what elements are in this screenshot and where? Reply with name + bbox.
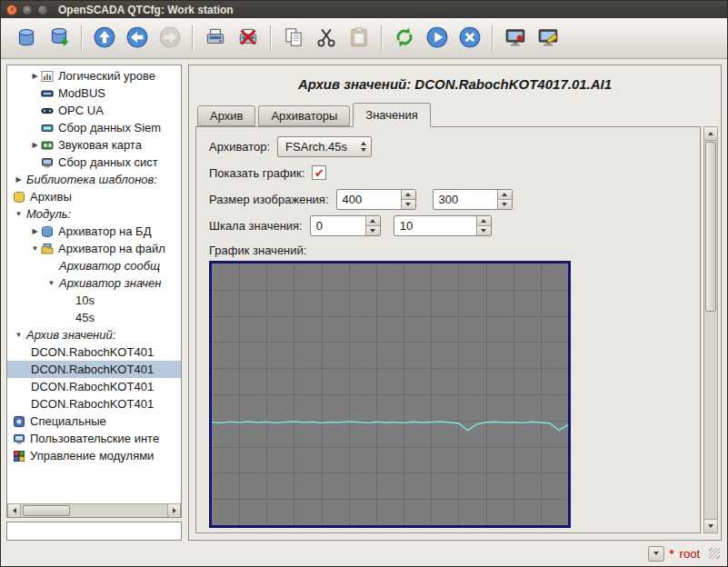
show-graph-checkbox[interactable] [312,165,326,180]
up-level-button[interactable] [89,23,120,54]
start-icon [425,25,449,52]
manual-button[interactable] [533,23,563,54]
image-width-spinbox[interactable]: 400 [336,189,416,210]
qtstarter-button[interactable] [500,23,531,54]
tree-item-label: Архив значений: [25,328,115,342]
tree-item[interactable]: DCON.RabochKOT401 [7,343,181,361]
archiver-combobox[interactable]: FSArch.45s [277,136,372,157]
cut-item-button[interactable] [311,23,342,54]
collapse-arrow-icon[interactable]: ▼ [13,332,25,339]
expand-arrow-icon[interactable]: ▶ [29,73,41,80]
tree-item[interactable]: DCON.RabochKOT401 [7,361,181,378]
tree-item[interactable]: ▼Архиватор на файл [7,240,181,257]
tree-item[interactable]: ▼Архив значений: [7,326,181,343]
resize-grip[interactable] [709,548,720,559]
tree-item-label: DCON.RabochKOT401 [29,363,154,376]
scale-min-spinbox[interactable]: 0 [310,215,381,236]
tree-item-label: Управление модулями [28,449,154,463]
tree-item[interactable]: ▶Архиватор на БД [7,223,181,240]
graph-label: График значений: [209,244,306,257]
scale-max-spinbox[interactable]: 10 [394,215,492,236]
spin-down-button[interactable] [497,200,512,209]
scrollbar-handle[interactable] [705,142,716,312]
tree-item[interactable]: 10s [7,292,181,309]
spin-up-button[interactable] [401,190,415,200]
tree-item-label: Звуковая карта [56,138,142,152]
tree-item[interactable]: Пользовательские инте [7,430,181,447]
tree-item-label: Архиватор сообщ [57,259,160,273]
page-vertical-scrollbar[interactable] [703,126,718,533]
delete-item-button[interactable] [233,23,264,54]
spin-down-button[interactable] [401,200,415,209]
tree-item[interactable]: ▶Логический урове [7,67,181,85]
chevron-down-icon [653,552,659,555]
collapse-arrow-icon[interactable]: ▼ [13,211,25,218]
spin-up-button[interactable] [497,190,512,200]
spin-down-button[interactable] [365,226,380,235]
tree-item-label: Пользовательские инте [28,432,159,445]
tree-item[interactable]: DCON.RabochKOT401 [7,395,181,413]
desktop-edit-icon [536,25,560,52]
current-user-label[interactable]: root [680,547,700,561]
scroll-right-button[interactable] [167,504,181,517]
tree-horizontal-scrollbar[interactable] [7,503,181,517]
scrollbar-handle[interactable] [23,505,70,516]
expand-arrow-icon[interactable]: ▶ [13,176,25,184]
tree-item[interactable]: Архиватор сообщ [7,257,181,274]
tree-item[interactable]: 45s [7,309,181,326]
close-button[interactable]: × [6,5,17,15]
image-height-spinbox[interactable]: 300 [433,189,513,210]
tree-item[interactable]: Управление модулями [7,447,181,464]
tree-item[interactable]: ▶Библиотека шаблонов: [7,171,181,188]
collapse-arrow-icon[interactable]: ▼ [45,280,57,287]
maximize-button[interactable] [37,5,48,15]
copy-item-button[interactable] [278,23,309,54]
collapse-arrow-icon[interactable]: ▼ [29,245,41,253]
scrollbar-track[interactable] [704,141,717,519]
tree-item[interactable]: ▼Архиватор значен [7,274,181,292]
tree-item[interactable]: Сбор данных Siem [7,119,181,136]
graph-label-row: График значений: [209,241,691,259]
expand-arrow-icon[interactable]: ▶ [29,142,41,149]
tree-item[interactable]: Специальные [7,413,181,430]
navigation-tree: ▶Логический уровеModBUSOPC UAСбор данных… [7,65,181,503]
scroll-down-button[interactable] [704,519,717,532]
load-from-db-button[interactable] [11,23,42,54]
scale-min-value: 0 [316,219,362,233]
save-to-db-button[interactable] [44,23,75,54]
opcua-icon [41,104,56,117]
spin-up-button[interactable] [365,216,380,226]
user-dropdown-button[interactable] [648,546,664,562]
special-icon [13,415,28,428]
tree-item[interactable]: Архивы [7,188,181,205]
add-item-button[interactable] [200,23,231,54]
spin-down-button[interactable] [476,226,491,235]
tree-item[interactable]: ModBUS [7,85,181,102]
tab-archivers[interactable]: Архиваторы [258,105,350,126]
start-update-button[interactable] [422,23,453,54]
right-arrow-icon [173,508,176,513]
minimize-button[interactable]: − [22,5,33,15]
spin-up-button[interactable] [476,216,491,226]
tab-values[interactable]: Значения [353,103,430,127]
archiver-label: Архиватор: [209,140,270,154]
tree-filter-input[interactable] [6,522,182,541]
tree-item[interactable]: ▶Звуковая карта [7,136,181,154]
up-arrow-icon [708,132,713,135]
scrollbar-track[interactable] [21,504,167,517]
back-button[interactable] [122,23,153,54]
expand-arrow-icon[interactable]: ▶ [29,228,41,235]
tree-item[interactable]: Сбор данных сист [7,154,181,171]
stop-update-button[interactable] [454,23,485,54]
tab-archive[interactable]: Архив [197,105,255,126]
spin-arrows [365,216,380,235]
refresh-button[interactable] [389,23,420,54]
tree-item[interactable]: DCON.RabochKOT401 [7,378,181,395]
value-scale-label: Шкала значения: [209,219,303,233]
scale-max-value: 10 [400,219,473,233]
tree-item[interactable]: OPC UA [7,102,181,119]
scroll-left-button[interactable] [7,504,21,517]
tree-item[interactable]: ▼Модуль: [7,205,181,223]
scroll-up-button[interactable] [704,127,717,141]
refresh-icon [393,25,416,52]
